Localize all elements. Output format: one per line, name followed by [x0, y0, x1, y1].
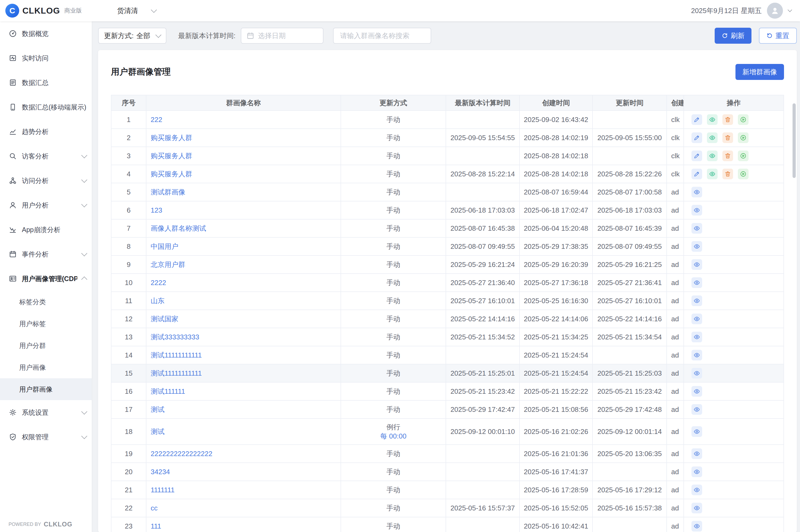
sidebar-item-event-analysis[interactable]: 事件分析: [0, 242, 92, 266]
refresh-button[interactable]: 刷新: [715, 28, 751, 44]
row-index: 1: [111, 111, 146, 129]
group-profile-link[interactable]: 购买服务人群: [151, 152, 192, 160]
group-profile-link[interactable]: 34234: [151, 468, 170, 476]
group-profile-link[interactable]: 测试333333333: [151, 333, 199, 341]
group-profile-link[interactable]: 测试: [151, 405, 165, 414]
column-header: 创建人: [667, 95, 684, 111]
view-icon[interactable]: [691, 467, 702, 477]
delete-icon[interactable]: [722, 114, 733, 125]
calc-time: [446, 147, 520, 165]
group-profile-link[interactable]: 2222222222222222: [151, 450, 212, 458]
group-profile-link[interactable]: 测试11111111111: [151, 369, 202, 377]
delete-icon[interactable]: [722, 151, 733, 161]
group-profile-link[interactable]: 购买服务人群: [151, 134, 192, 142]
create-time: 2025-05-27 17:36:18: [520, 273, 593, 292]
edit-icon[interactable]: [691, 114, 702, 125]
sidebar-item-data-summary-mobile[interactable]: 数据汇总(移动端展示): [0, 95, 92, 119]
view-icon[interactable]: [691, 296, 702, 306]
group-profile-link[interactable]: 222: [151, 116, 162, 124]
view-icon[interactable]: [691, 241, 702, 252]
view-icon[interactable]: [707, 132, 717, 143]
group-profile-link[interactable]: 123: [151, 206, 162, 214]
sidebar-item-data-summary[interactable]: 数据汇总: [0, 70, 92, 95]
update-mode-select[interactable]: 更新方式: 全部: [98, 28, 166, 44]
sidebar-item-user-group-profile[interactable]: 用户群画像: [0, 378, 92, 400]
edit-icon[interactable]: [691, 132, 702, 143]
calc-time: 2025-05-27 21:36:40: [446, 273, 520, 292]
update-mode: 手动: [341, 517, 446, 532]
delete-icon[interactable]: [722, 169, 733, 179]
group-profile-link[interactable]: cc: [151, 504, 158, 512]
user-menu-chevron-icon[interactable]: [788, 8, 792, 12]
view-icon[interactable]: [691, 314, 702, 324]
view-icon[interactable]: [691, 521, 702, 531]
group-profile-link[interactable]: 测试111111: [151, 387, 185, 395]
sidebar-item-permission-management[interactable]: 权限管理: [0, 425, 92, 449]
sidebar-item-trend-analysis[interactable]: 趋势分析: [0, 119, 92, 144]
group-profile-link[interactable]: 测试群画像: [151, 188, 185, 196]
group-profile-link[interactable]: 1111111: [151, 486, 175, 494]
date-picker[interactable]: 选择日期: [241, 28, 324, 44]
update-time: 2025-05-21 15:23:42: [593, 382, 667, 400]
update-time: [593, 147, 667, 165]
group-profile-link[interactable]: 中国用户: [151, 243, 178, 250]
view-icon[interactable]: [691, 503, 702, 513]
vertical-scrollbar[interactable]: [793, 103, 796, 178]
delete-icon[interactable]: [722, 132, 733, 143]
project-select[interactable]: 货清清: [117, 6, 156, 16]
sidebar-item-system-settings[interactable]: 系统设置: [0, 400, 92, 425]
sidebar-item-app-crash-analysis[interactable]: App崩溃分析: [0, 217, 92, 242]
run-icon[interactable]: [738, 132, 748, 143]
update-time: 2025-05-27 16:10:01: [593, 292, 667, 310]
row-index: 3: [111, 147, 146, 165]
group-profile-link[interactable]: 北京用户群: [151, 261, 185, 268]
group-profile-link[interactable]: 测试11111111111: [151, 351, 202, 359]
reset-button[interactable]: 重置: [759, 28, 797, 44]
sidebar-item-data-overview[interactable]: 数据概览: [0, 21, 92, 46]
sidebar-item-user-analysis[interactable]: 用户分析: [0, 193, 92, 217]
group-profile-link[interactable]: 2222: [151, 279, 166, 287]
view-icon[interactable]: [691, 223, 702, 234]
edit-icon[interactable]: [691, 151, 702, 161]
group-profile-link[interactable]: 画像人群名称测试: [151, 224, 206, 232]
calc-time: 2025-09-12 00:01:10: [446, 419, 520, 444]
view-icon[interactable]: [691, 386, 702, 397]
sidebar-item-visit-analysis[interactable]: 访问分析: [0, 168, 92, 193]
sidebar-item-cdp[interactable]: 用户画像管理(CDP): [0, 266, 92, 291]
table-row: 9北京用户群手动2025-05-29 16:21:242025-05-29 16…: [111, 255, 783, 273]
view-icon[interactable]: [691, 259, 702, 270]
group-profile-link[interactable]: 山东: [151, 297, 165, 305]
view-icon[interactable]: [691, 277, 702, 288]
row-actions: [684, 238, 783, 255]
run-icon[interactable]: [738, 151, 748, 161]
group-profile-link[interactable]: 测试国家: [151, 315, 178, 323]
add-group-profile-button[interactable]: 新增群画像: [735, 64, 784, 80]
sidebar-item-tag-category[interactable]: 标签分类: [0, 291, 92, 313]
view-icon[interactable]: [691, 448, 702, 459]
group-profile-link[interactable]: 111: [151, 522, 161, 530]
sidebar-item-user-tag[interactable]: 用户标签: [0, 313, 92, 335]
run-icon[interactable]: [738, 169, 748, 179]
search-input[interactable]: [333, 28, 431, 44]
schedule-link[interactable]: 每 00:00: [344, 432, 442, 444]
sidebar-item-visitor-analysis[interactable]: 访客分析: [0, 144, 92, 168]
view-icon[interactable]: [691, 426, 702, 437]
edit-icon[interactable]: [691, 169, 702, 179]
view-icon[interactable]: [691, 350, 702, 360]
run-icon[interactable]: [738, 114, 748, 125]
group-profile-link[interactable]: 测试: [151, 428, 165, 436]
view-icon[interactable]: [691, 484, 702, 495]
view-icon[interactable]: [691, 368, 702, 379]
avatar[interactable]: [767, 3, 783, 19]
sidebar-item-user-segment[interactable]: 用户分群: [0, 335, 92, 357]
view-icon[interactable]: [707, 169, 717, 179]
view-icon[interactable]: [691, 187, 702, 197]
view-icon[interactable]: [691, 332, 702, 342]
view-icon[interactable]: [707, 114, 717, 125]
view-icon[interactable]: [707, 151, 717, 161]
sidebar-item-realtime-visits[interactable]: 实时访问: [0, 46, 92, 70]
sidebar-item-user-profile[interactable]: 用户画像: [0, 357, 92, 378]
group-profile-link[interactable]: 购买服务人群: [151, 170, 192, 178]
view-icon[interactable]: [691, 205, 702, 215]
view-icon[interactable]: [691, 404, 702, 415]
